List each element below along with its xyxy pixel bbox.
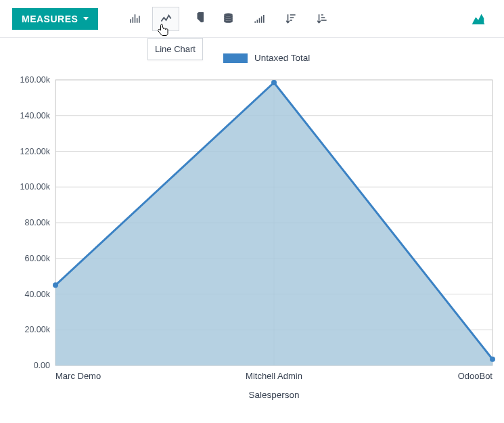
sort-asc-icon xyxy=(315,12,328,25)
measures-button[interactable]: MEASURES xyxy=(12,8,98,30)
svg-text:OdooBot: OdooBot xyxy=(458,371,493,381)
svg-text:0.00: 0.00 xyxy=(34,361,50,370)
bar-chart-button[interactable] xyxy=(121,7,148,31)
ascending-bars-button[interactable] xyxy=(246,7,273,31)
toolbar: MEASURES xyxy=(0,0,504,38)
sort-desc-icon xyxy=(284,12,297,25)
area-chart-icon xyxy=(471,12,486,26)
legend-label: Untaxed Total xyxy=(254,53,310,63)
caret-down-icon xyxy=(83,17,89,20)
sort-asc-button[interactable] xyxy=(308,7,335,31)
pie-chart-icon xyxy=(191,12,204,25)
area-chart-button[interactable] xyxy=(465,7,492,31)
tooltip: Line Chart xyxy=(147,38,203,60)
line-chart-button[interactable] xyxy=(152,7,179,31)
svg-text:20.00k: 20.00k xyxy=(24,325,50,334)
svg-text:80.00k: 80.00k xyxy=(24,218,50,227)
pie-chart-button[interactable] xyxy=(183,7,210,31)
svg-text:120.00k: 120.00k xyxy=(20,147,51,156)
database-icon xyxy=(222,12,235,25)
bar-chart-icon xyxy=(129,12,141,25)
sort-desc-button[interactable] xyxy=(277,7,304,31)
svg-point-25 xyxy=(490,357,495,362)
chart-type-toolbar xyxy=(121,7,335,31)
svg-point-24 xyxy=(271,80,277,85)
stacked-button[interactable] xyxy=(214,7,242,31)
chart-container: 0.0020.00k40.00k60.00k80.00k100.00k120.0… xyxy=(0,47,504,423)
chart-legend: Untaxed Total xyxy=(223,53,310,63)
line-chart: 0.0020.00k40.00k60.00k80.00k100.00k120.0… xyxy=(0,47,504,423)
svg-point-23 xyxy=(53,282,58,288)
signal-icon xyxy=(253,12,266,25)
svg-text:Marc Demo: Marc Demo xyxy=(55,371,101,381)
measures-label: MEASURES xyxy=(22,14,78,24)
legend-swatch xyxy=(223,53,248,63)
tooltip-text: Line Chart xyxy=(155,44,196,54)
svg-text:100.00k: 100.00k xyxy=(20,182,51,192)
svg-text:Salesperson: Salesperson xyxy=(248,390,299,400)
svg-point-0 xyxy=(224,14,233,17)
line-chart-icon xyxy=(160,12,173,25)
svg-text:40.00k: 40.00k xyxy=(24,290,50,299)
svg-text:160.00k: 160.00k xyxy=(20,75,51,85)
svg-text:140.00k: 140.00k xyxy=(20,111,51,120)
svg-text:60.00k: 60.00k xyxy=(24,254,50,263)
svg-text:Mitchell Admin: Mitchell Admin xyxy=(246,371,302,381)
